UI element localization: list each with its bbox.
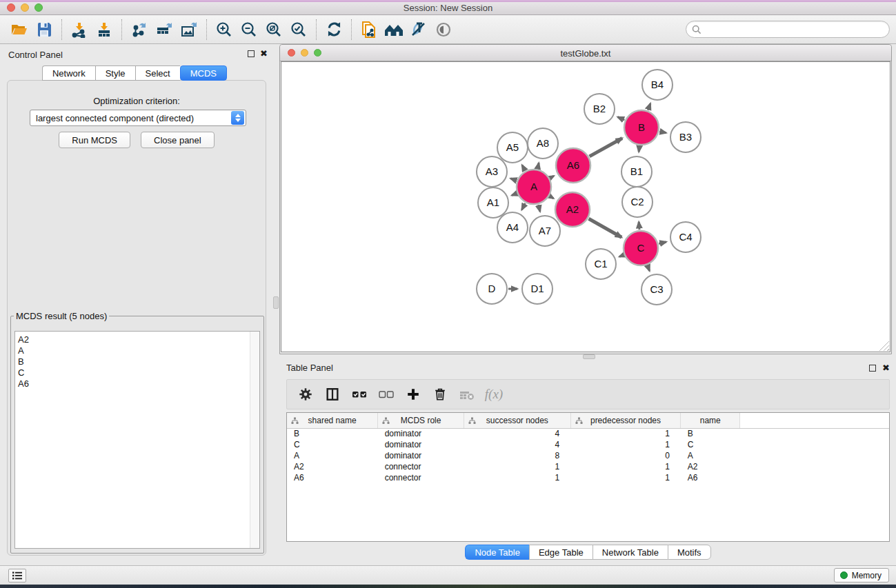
table-row[interactable]: Adominator80A [287, 450, 889, 461]
edge-A-A3[interactable] [510, 179, 516, 181]
checked-boxes-icon[interactable] [349, 384, 370, 405]
run-mcds-button[interactable]: Run MCDS [59, 132, 130, 148]
table-cell[interactable]: 1 [464, 461, 570, 472]
tab-node-table[interactable]: Node Table [465, 545, 529, 560]
result-scrollbar[interactable] [250, 332, 259, 548]
result-item[interactable]: B [18, 356, 259, 367]
gear-icon[interactable] [295, 384, 316, 405]
close-table-panel-icon[interactable]: ✖ [882, 363, 890, 373]
close-panel-icon[interactable]: ✖ [260, 48, 268, 59]
open-folder-icon[interactable] [7, 18, 32, 41]
table-cell[interactable]: 1 [464, 472, 570, 483]
tab-mcds[interactable]: MCDS [180, 65, 227, 81]
column-header[interactable]: successor nodes [464, 413, 570, 428]
edge-A2-C[interactable] [589, 219, 622, 237]
table-cell[interactable]: 1 [570, 472, 681, 483]
table-cell[interactable]: A6 [681, 472, 740, 483]
table-row[interactable]: A6connector11A6 [287, 472, 889, 483]
table-cell[interactable]: A6 [287, 472, 378, 483]
table-cell[interactable]: 0 [570, 450, 681, 461]
tab-network[interactable]: Network [42, 65, 95, 81]
zoom-out-icon[interactable] [237, 18, 261, 41]
task-history-button[interactable] [8, 569, 26, 582]
edge-C-C1[interactable] [619, 255, 624, 256]
vertical-splitter-handle[interactable] [273, 296, 279, 309]
edge-C-C3[interactable] [648, 265, 650, 271]
edge-B-B3[interactable] [659, 132, 666, 133]
table-cell[interactable]: C [681, 439, 740, 450]
result-item[interactable]: A [18, 345, 259, 356]
edge-A-A2[interactable] [550, 196, 553, 199]
table-cell[interactable]: C [287, 439, 378, 450]
zoom-fit-icon[interactable] [261, 18, 286, 41]
zoom-in-icon[interactable] [212, 18, 237, 41]
float-panel-icon[interactable] [248, 50, 255, 57]
tab-motifs[interactable]: Motifs [668, 545, 711, 560]
table-cell[interactable]: dominator [378, 450, 464, 461]
import-table-icon[interactable] [92, 18, 117, 41]
table-row[interactable]: Cdominator41C [287, 439, 889, 450]
edge-A-A4[interactable] [521, 203, 525, 210]
result-item[interactable]: A2 [18, 334, 259, 345]
tab-style[interactable]: Style [95, 65, 135, 81]
edge-A-A5[interactable] [522, 165, 525, 170]
table-cell[interactable]: 4 [464, 439, 570, 450]
tab-network-table[interactable]: Network Table [593, 545, 668, 560]
edge-A-A8[interactable] [537, 163, 539, 168]
criterion-select[interactable]: largest connected component (directed) [30, 110, 246, 126]
save-icon[interactable] [32, 18, 57, 41]
table-cell[interactable]: connector [378, 472, 464, 483]
hide-labels-icon[interactable] [406, 18, 431, 41]
column-header[interactable]: MCDS role [378, 413, 464, 428]
home-icon[interactable] [381, 18, 406, 41]
table-cell[interactable]: B [287, 428, 378, 439]
table-cell[interactable]: dominator [378, 428, 464, 439]
table-cell[interactable]: 8 [464, 450, 570, 461]
table-cell[interactable]: 4 [464, 428, 570, 439]
close-panel-button[interactable]: Close panel [141, 132, 215, 148]
edge-A6-B[interactable] [590, 139, 622, 156]
table-cell[interactable]: 1 [570, 439, 681, 450]
edge-C-C4[interactable] [659, 242, 666, 244]
result-item[interactable]: C [18, 367, 259, 378]
table-cell[interactable]: 1 [570, 461, 681, 472]
table-cell[interactable]: 1 [570, 428, 681, 439]
search-input[interactable] [701, 23, 889, 37]
table-cell[interactable]: A [287, 450, 378, 461]
unchecked-boxes-icon[interactable] [376, 384, 397, 405]
function-icon[interactable]: f(x) [484, 384, 504, 405]
column-header[interactable]: name [681, 413, 740, 428]
edge-A-A6[interactable] [550, 176, 554, 178]
edge-C-C2[interactable] [639, 222, 639, 230]
table-cell[interactable]: connector [378, 461, 464, 472]
import-network-icon[interactable] [67, 18, 92, 41]
float-table-panel-icon[interactable] [869, 365, 876, 372]
network-window-titlebar[interactable]: testGlobe.txt [280, 45, 891, 61]
export-image-icon[interactable] [177, 18, 201, 41]
column-header[interactable]: predecessor nodes [570, 413, 681, 428]
split-columns-icon[interactable] [322, 384, 343, 405]
export-table-icon[interactable] [152, 18, 177, 41]
table-row[interactable]: Bdominator41B [287, 428, 889, 439]
edge-A-A7[interactable] [539, 205, 540, 212]
tab-select[interactable]: Select [135, 65, 180, 81]
memory-button[interactable]: Memory [834, 568, 889, 582]
add-column-icon[interactable] [403, 384, 424, 405]
table-cell[interactable]: dominator [378, 439, 464, 450]
table-cell[interactable]: B [681, 428, 740, 439]
column-header[interactable]: shared name [287, 413, 378, 428]
delete-table-icon[interactable] [457, 384, 477, 405]
table-cell[interactable]: A2 [681, 461, 740, 472]
table-row[interactable]: A2connector11A2 [287, 461, 889, 472]
zoom-selected-icon[interactable] [286, 18, 311, 41]
result-item[interactable]: A6 [18, 378, 259, 389]
table-cell[interactable]: A [681, 450, 740, 461]
delete-icon[interactable] [430, 384, 450, 405]
edge-B-B1[interactable] [639, 146, 639, 152]
refresh-icon[interactable] [321, 18, 346, 41]
edge-B-B2[interactable] [618, 117, 625, 120]
snapshot-icon[interactable] [357, 18, 381, 41]
network-canvas[interactable]: B4B2BB3A5A8A6B1A3AC2A1A2A4A7C4CC1C3DD1 [281, 61, 890, 352]
eye-icon[interactable] [431, 18, 456, 41]
table-cell[interactable]: A2 [287, 461, 378, 472]
